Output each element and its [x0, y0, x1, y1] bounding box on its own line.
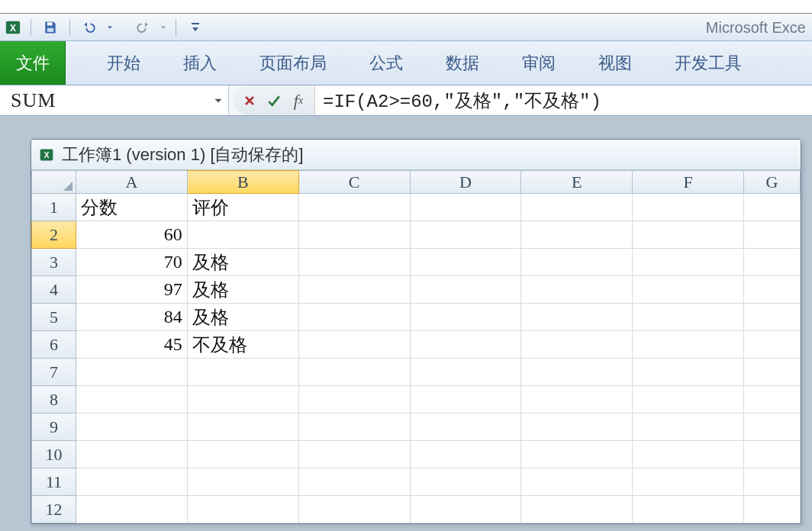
spreadsheet-grid[interactable]: ABCDEFG1分数评价260370及格497及格584及格645不及格7891… — [31, 170, 801, 523]
cell-E9[interactable] — [521, 414, 633, 441]
cell-A6[interactable]: 45 — [76, 331, 187, 359]
cell-C7[interactable] — [298, 359, 410, 386]
row-header-10[interactable]: 10 — [32, 441, 76, 468]
cell-F8[interactable] — [633, 386, 744, 414]
cell-C5[interactable] — [298, 304, 410, 331]
cell-A2[interactable]: 60 — [76, 221, 187, 249]
row-header-11[interactable]: 11 — [32, 468, 76, 496]
cell-C8[interactable] — [298, 386, 410, 414]
cell-A5[interactable]: 84 — [76, 304, 187, 331]
row-header-2[interactable]: 2 — [32, 221, 76, 249]
cell-D1[interactable] — [410, 194, 521, 221]
cell-F6[interactable] — [633, 331, 744, 359]
name-box-dropdown-icon[interactable] — [213, 95, 224, 106]
cell-B1[interactable]: 评价 — [187, 194, 298, 221]
column-header-A[interactable]: A — [76, 171, 187, 194]
cell-B5[interactable]: 及格 — [187, 304, 298, 331]
file-tab[interactable]: 文件 — [0, 41, 66, 85]
workbook-title-bar[interactable]: X 工作簿1 (version 1) [自动保存的] — [31, 140, 801, 170]
cell-E8[interactable] — [521, 386, 633, 414]
cell-C1[interactable] — [298, 194, 410, 221]
cell-F9[interactable] — [633, 414, 744, 441]
row-header-12[interactable]: 12 — [32, 496, 76, 523]
cell-C4[interactable] — [298, 276, 410, 304]
row-header-9[interactable]: 9 — [32, 414, 76, 441]
cell-G9[interactable] — [744, 414, 801, 441]
cell-D3[interactable] — [410, 249, 521, 276]
cell-G7[interactable] — [744, 359, 801, 386]
column-header-C[interactable]: C — [298, 171, 410, 194]
cell-G12[interactable] — [744, 496, 801, 523]
tab-1[interactable]: 插入 — [182, 49, 218, 78]
cell-F7[interactable] — [633, 359, 744, 386]
tab-5[interactable]: 审阅 — [520, 49, 557, 78]
tab-3[interactable]: 公式 — [368, 49, 404, 78]
row-header-7[interactable]: 7 — [32, 359, 76, 386]
cell-E2[interactable] — [521, 221, 633, 249]
cell-G3[interactable] — [744, 249, 801, 276]
cell-A12[interactable] — [76, 496, 187, 523]
redo-button[interactable] — [133, 18, 153, 37]
cell-B10[interactable] — [187, 441, 298, 468]
cell-E5[interactable] — [521, 304, 633, 331]
cell-F5[interactable] — [633, 304, 744, 331]
cell-A8[interactable] — [76, 386, 187, 414]
tab-6[interactable]: 视图 — [597, 49, 633, 78]
cell-A3[interactable]: 70 — [76, 249, 187, 276]
cell-G2[interactable] — [744, 221, 801, 249]
cell-C9[interactable] — [298, 414, 410, 441]
cell-F1[interactable] — [633, 194, 744, 221]
cancel-button[interactable] — [238, 89, 261, 112]
cell-G5[interactable] — [744, 304, 801, 331]
row-header-5[interactable]: 5 — [32, 304, 76, 331]
cell-B8[interactable] — [187, 386, 298, 414]
column-header-G[interactable]: G — [744, 171, 801, 194]
cell-E10[interactable] — [521, 441, 633, 468]
cell-D9[interactable] — [410, 414, 521, 441]
cell-G4[interactable] — [744, 276, 801, 304]
cell-C6[interactable] — [298, 331, 410, 359]
cell-G11[interactable] — [744, 468, 801, 496]
cell-A7[interactable] — [76, 359, 187, 386]
cell-F4[interactable] — [633, 276, 744, 304]
cell-G8[interactable] — [744, 386, 801, 414]
cell-C10[interactable] — [298, 441, 410, 468]
cell-D2[interactable] — [410, 221, 521, 249]
cell-E11[interactable] — [521, 468, 633, 496]
formula-input[interactable]: =IF(A2>=60,"及格","不及格") — [314, 85, 812, 115]
row-header-1[interactable]: 1 — [32, 194, 76, 221]
cell-E6[interactable] — [521, 331, 633, 359]
cell-B4[interactable]: 及格 — [187, 276, 298, 304]
cell-F10[interactable] — [633, 441, 744, 468]
cell-D7[interactable] — [410, 359, 521, 386]
cell-B9[interactable] — [187, 414, 298, 441]
row-header-4[interactable]: 4 — [32, 276, 76, 304]
cell-B6[interactable]: 不及格 — [187, 331, 298, 359]
cell-D12[interactable] — [410, 496, 521, 523]
cell-B7[interactable] — [187, 359, 298, 386]
cell-D10[interactable] — [410, 441, 521, 468]
row-header-6[interactable]: 6 — [32, 331, 76, 359]
cell-A9[interactable] — [76, 414, 187, 441]
insert-function-button[interactable]: fx — [287, 89, 310, 112]
cell-B12[interactable] — [187, 496, 298, 523]
cell-F11[interactable] — [633, 468, 744, 496]
cell-D11[interactable] — [410, 468, 521, 496]
cell-A10[interactable] — [76, 441, 187, 468]
undo-button[interactable] — [79, 18, 99, 37]
cell-F2[interactable] — [633, 221, 744, 249]
cell-B11[interactable] — [187, 468, 298, 496]
cell-G1[interactable] — [744, 194, 801, 221]
cell-E7[interactable] — [521, 359, 633, 386]
cell-F12[interactable] — [633, 496, 744, 523]
cell-E4[interactable] — [521, 276, 633, 304]
column-header-D[interactable]: D — [410, 171, 521, 194]
cell-E12[interactable] — [521, 496, 633, 523]
cell-D6[interactable] — [410, 331, 521, 359]
row-header-3[interactable]: 3 — [32, 249, 76, 276]
row-header-8[interactable]: 8 — [32, 386, 76, 414]
undo-dropdown-icon[interactable] — [107, 24, 113, 31]
tab-7[interactable]: 开发工具 — [673, 49, 743, 78]
cell-C3[interactable] — [298, 249, 410, 276]
cell-F3[interactable] — [633, 249, 744, 276]
